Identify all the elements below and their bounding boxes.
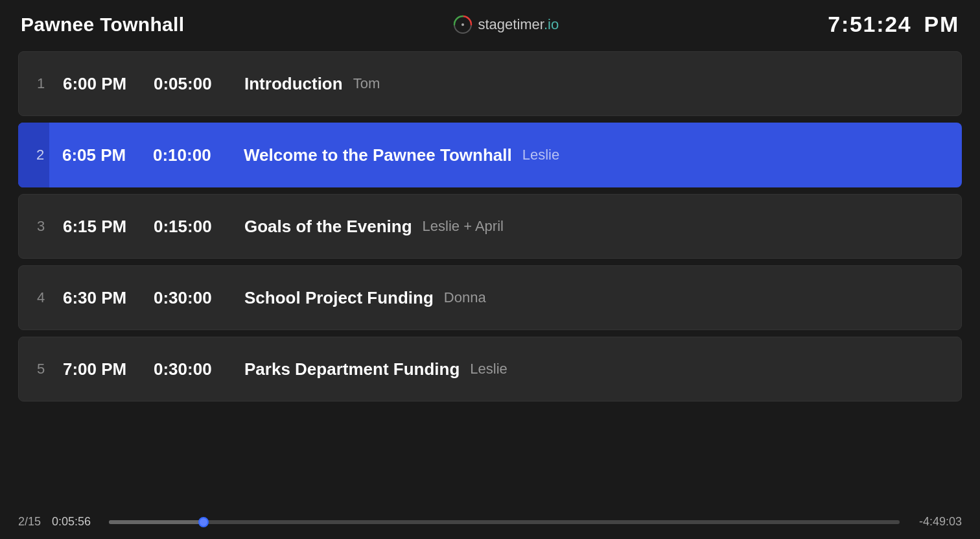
event-title: Pawnee Townhall: [21, 14, 184, 36]
item-start-time: 6:05 PM: [62, 145, 153, 165]
agenda-item[interactable]: 5 7:00 PM 0:30:00 Parks Department Fundi…: [18, 337, 962, 401]
item-start-time: 6:00 PM: [63, 74, 154, 94]
agenda-item[interactable]: 4 6:30 PM 0:30:00 School Project Funding…: [18, 265, 962, 330]
item-start-time: 6:30 PM: [63, 288, 154, 308]
footer-bar: 2/15 0:05:56 -4:49:03: [0, 506, 980, 539]
remaining-time: -4:49:03: [910, 515, 962, 529]
item-speaker: Leslie + April: [423, 218, 504, 235]
item-start-time: 7:00 PM: [63, 359, 154, 379]
item-duration: 0:30:00: [154, 288, 244, 308]
current-time: 7:51:24 PM: [828, 12, 959, 37]
item-number: 5: [37, 361, 63, 377]
item-duration: 0:30:00: [154, 359, 244, 379]
item-speaker: Leslie: [522, 147, 559, 163]
item-title: Parks Department Funding: [244, 359, 460, 379]
agenda-item[interactable]: 2 6:05 PM 0:10:00 Welcome to the Pawnee …: [18, 123, 962, 187]
item-speaker: Leslie: [470, 361, 507, 377]
agenda-counter: 2/15: [18, 515, 41, 529]
item-duration: 0:10:00: [153, 145, 244, 165]
item-duration: 0:15:00: [154, 217, 244, 237]
item-speaker: Tom: [353, 75, 380, 92]
item-title: School Project Funding: [244, 288, 434, 308]
item-start-time: 6:15 PM: [63, 217, 154, 237]
agenda-item[interactable]: 1 6:00 PM 0:05:00 Introduction Tom: [18, 51, 962, 116]
svg-point-1: [461, 23, 464, 26]
item-title: Introduction: [244, 74, 343, 94]
item-number: 1: [37, 75, 63, 92]
elapsed-time: 0:05:56: [52, 515, 99, 529]
brand-name: stagetimer.io: [478, 16, 559, 33]
brand-logo-area: stagetimer.io: [453, 15, 559, 34]
item-number: 4: [37, 289, 63, 306]
item-duration: 0:05:00: [154, 74, 244, 94]
progress-fill: [109, 520, 204, 524]
progress-track[interactable]: [109, 520, 900, 524]
item-title: Goals of the Evening: [244, 217, 412, 237]
agenda-item[interactable]: 3 6:15 PM 0:15:00 Goals of the Evening L…: [18, 194, 962, 259]
item-number: 3: [37, 218, 63, 235]
item-speaker: Donna: [444, 289, 486, 306]
item-number: 2: [36, 147, 62, 163]
agenda-list: 1 6:00 PM 0:05:00 Introduction Tom 2 6:0…: [0, 46, 980, 506]
progress-thumb[interactable]: [198, 517, 209, 527]
stagetimer-icon: [453, 15, 472, 34]
item-title: Welcome to the Pawnee Townhall: [244, 145, 512, 165]
header: Pawnee Townhall stagetimer.io 7:51:24 PM: [0, 0, 980, 46]
